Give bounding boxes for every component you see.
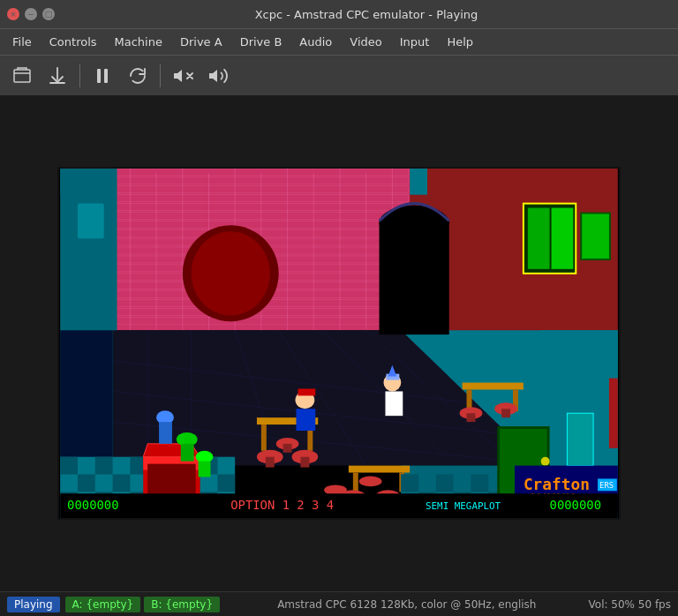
svg-rect-132 bbox=[567, 413, 593, 465]
drive-a-status: A: {empty} bbox=[65, 597, 141, 612]
volume-mute-button[interactable] bbox=[168, 61, 198, 91]
svg-rect-120 bbox=[401, 475, 418, 492]
svg-rect-37 bbox=[78, 204, 104, 239]
menu-help[interactable]: Help bbox=[438, 32, 482, 52]
svg-rect-56 bbox=[552, 208, 574, 269]
svg-rect-64 bbox=[95, 457, 113, 475]
svg-rect-0 bbox=[14, 70, 30, 82]
game-canvas: Crafton &XUNK ERS 0000000 OPTION 1 2 3 4… bbox=[59, 169, 619, 518]
svg-rect-142 bbox=[60, 493, 618, 518]
svg-point-61 bbox=[192, 231, 270, 315]
svg-rect-59 bbox=[582, 214, 609, 258]
svg-point-136 bbox=[541, 457, 550, 466]
svg-text:0000000: 0000000 bbox=[550, 498, 601, 512]
maximize-button[interactable]: □ bbox=[42, 8, 55, 20]
open-disk-button[interactable] bbox=[7, 61, 37, 91]
separator-1 bbox=[79, 64, 80, 87]
menu-video[interactable]: Video bbox=[341, 32, 390, 52]
svg-rect-2 bbox=[104, 69, 108, 83]
svg-rect-55 bbox=[528, 208, 550, 269]
volume-up-button[interactable] bbox=[203, 61, 233, 91]
svg-rect-69 bbox=[113, 475, 131, 492]
reset-button[interactable] bbox=[123, 61, 153, 91]
svg-rect-105 bbox=[353, 473, 358, 492]
download-icon bbox=[47, 65, 68, 86]
svg-rect-83 bbox=[181, 444, 194, 462]
svg-rect-118 bbox=[385, 391, 403, 416]
menu-audio[interactable]: Audio bbox=[290, 32, 341, 52]
svg-text:ERS: ERS bbox=[599, 481, 614, 490]
svg-rect-104 bbox=[349, 466, 410, 473]
svg-rect-63 bbox=[60, 457, 78, 475]
svg-rect-121 bbox=[436, 475, 454, 492]
svg-rect-87 bbox=[159, 422, 172, 444]
svg-rect-101 bbox=[467, 413, 476, 422]
svg-text:SEMI MEGAPLOT: SEMI MEGAPLOT bbox=[426, 500, 501, 512]
pause-button[interactable] bbox=[87, 61, 117, 91]
volume-up-icon bbox=[207, 65, 229, 86]
svg-point-84 bbox=[196, 451, 214, 463]
svg-rect-147 bbox=[609, 379, 618, 448]
svg-rect-1 bbox=[97, 69, 101, 83]
menu-machine[interactable]: Machine bbox=[106, 32, 171, 52]
minimize-button[interactable]: − bbox=[25, 8, 37, 20]
menu-drive-a[interactable]: Drive A bbox=[171, 32, 231, 52]
svg-rect-85 bbox=[199, 462, 211, 477]
svg-rect-96 bbox=[283, 444, 292, 453]
status-bar: Playing A: {empty} B: {empty} Amstrad CP… bbox=[0, 591, 678, 616]
svg-rect-122 bbox=[471, 475, 488, 492]
svg-point-109 bbox=[359, 476, 382, 486]
menu-controls[interactable]: Controls bbox=[41, 32, 106, 52]
close-button[interactable]: × bbox=[7, 8, 19, 20]
title-bar: × − □ Xcpc - Amstrad CPC emulator - Play… bbox=[0, 0, 678, 28]
menu-bar: File Controls Machine Drive A Drive B Au… bbox=[0, 28, 678, 55]
svg-text:OPTION  1  2  3  4: OPTION 1 2 3 4 bbox=[230, 498, 334, 512]
reset-icon bbox=[127, 65, 148, 86]
svg-rect-68 bbox=[78, 475, 95, 492]
svg-rect-92 bbox=[266, 457, 275, 468]
toolbar bbox=[0, 55, 678, 95]
menu-input[interactable]: Input bbox=[391, 32, 439, 52]
pause-icon bbox=[92, 65, 113, 86]
volume-mute-icon bbox=[172, 65, 193, 86]
open-icon bbox=[11, 65, 33, 86]
svg-text:0000000: 0000000 bbox=[67, 498, 118, 512]
svg-rect-114 bbox=[296, 409, 315, 431]
window-title: Xcpc - Amstrad CPC emulator - Playing bbox=[62, 8, 671, 21]
main-content: Crafton &XUNK ERS 0000000 OPTION 1 2 3 4… bbox=[0, 95, 678, 591]
game-screen[interactable]: Crafton &XUNK ERS 0000000 OPTION 1 2 3 4… bbox=[57, 167, 621, 520]
system-info: Amstrad CPC 6128 128Kb, color @ 50Hz, en… bbox=[225, 598, 588, 611]
svg-rect-103 bbox=[501, 409, 510, 417]
svg-rect-97 bbox=[463, 383, 524, 390]
separator-2 bbox=[160, 64, 161, 87]
volume-fps: Vol: 50% 50 fps bbox=[589, 598, 671, 611]
svg-rect-72 bbox=[217, 475, 235, 492]
drive-b-status: B: {empty} bbox=[144, 597, 220, 612]
window-controls[interactable]: × − □ bbox=[7, 8, 55, 20]
svg-rect-81 bbox=[147, 464, 195, 498]
menu-file[interactable]: File bbox=[4, 32, 41, 52]
menu-drive-b[interactable]: Drive B bbox=[231, 32, 291, 52]
svg-rect-113 bbox=[298, 388, 315, 395]
playing-status: Playing bbox=[7, 597, 60, 612]
load-button[interactable] bbox=[42, 61, 72, 91]
svg-rect-89 bbox=[261, 424, 267, 451]
svg-rect-94 bbox=[300, 457, 309, 468]
